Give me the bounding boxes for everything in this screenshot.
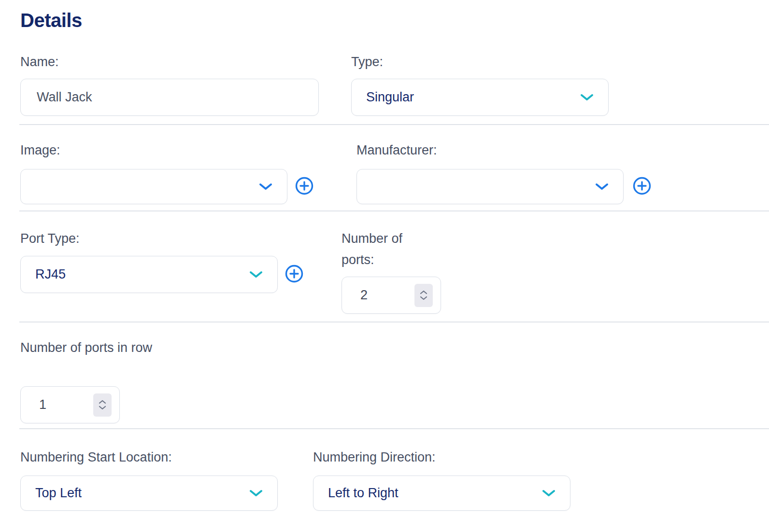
plus-circle-icon [285,264,304,285]
number-of-ports-stepper[interactable] [414,284,433,307]
ports-in-row-stepper[interactable] [93,393,112,417]
section-divider [19,124,769,125]
chevron-up-icon [99,400,106,404]
numbering-direction-select-value: Left to Right [328,486,399,501]
chevron-down-icon [249,490,263,497]
numbering-start-label: Numbering Start Location: [20,447,172,468]
ports-in-row-input[interactable]: 1 [20,386,120,423]
numbering-start-select[interactable]: Top Left [20,476,278,511]
numbering-direction-label: Numbering Direction: [313,447,436,468]
type-label: Type: [351,51,383,72]
number-of-ports-input[interactable]: 2 [342,277,441,314]
chevron-down-icon [259,183,272,191]
section-divider [19,428,769,429]
manufacturer-select[interactable] [356,169,624,204]
numbering-direction-select[interactable]: Left to Right [313,476,570,511]
chevron-down-icon [580,94,594,101]
manufacturer-label: Manufacturer: [356,140,437,161]
plus-circle-icon [632,176,652,197]
numbering-start-select-value: Top Left [35,486,82,501]
chevron-down-icon [249,271,263,279]
ports-in-row-value: 1 [39,397,46,412]
chevron-down-icon [99,406,106,410]
name-input-value: Wall Jack [37,90,92,105]
number-of-ports-label: Number of ports: [342,228,426,270]
add-image-button[interactable] [295,177,314,196]
port-type-select-value: RJ45 [35,267,66,282]
type-select-value: Singular [366,90,414,105]
details-form: Details Name: Wall Jack Type: Singular I… [0,0,769,532]
image-label: Image: [20,140,60,161]
add-manufacturer-button[interactable] [632,177,652,196]
chevron-up-icon [420,290,427,294]
type-select[interactable]: Singular [351,79,609,116]
name-label: Name: [20,51,59,72]
plus-circle-icon [295,176,314,197]
section-divider [19,210,769,211]
port-type-select[interactable]: RJ45 [20,256,278,293]
add-port-type-button[interactable] [285,265,304,284]
ports-in-row-label: Number of ports in row [20,337,165,358]
name-input[interactable]: Wall Jack [20,79,319,116]
section-divider [19,322,769,322]
page-title: Details [20,10,82,31]
number-of-ports-value: 2 [360,288,368,303]
image-select[interactable] [20,169,287,204]
port-type-label: Port Type: [20,228,80,249]
chevron-down-icon [542,490,555,497]
chevron-down-icon [595,183,609,191]
chevron-down-icon [420,296,427,300]
